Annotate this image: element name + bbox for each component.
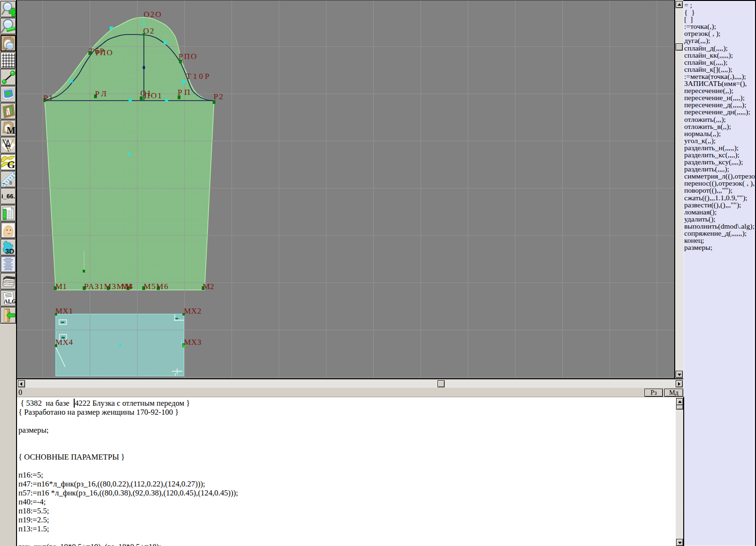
svg-text:G: G [7, 159, 15, 170]
svg-text:3D: 3D [5, 247, 14, 255]
svg-text:M: M [7, 125, 16, 136]
svg-text:ALG: ALG [4, 298, 16, 305]
svg-text:8: 8 [9, 180, 12, 186]
svg-text:7: 7 [2, 182, 5, 187]
